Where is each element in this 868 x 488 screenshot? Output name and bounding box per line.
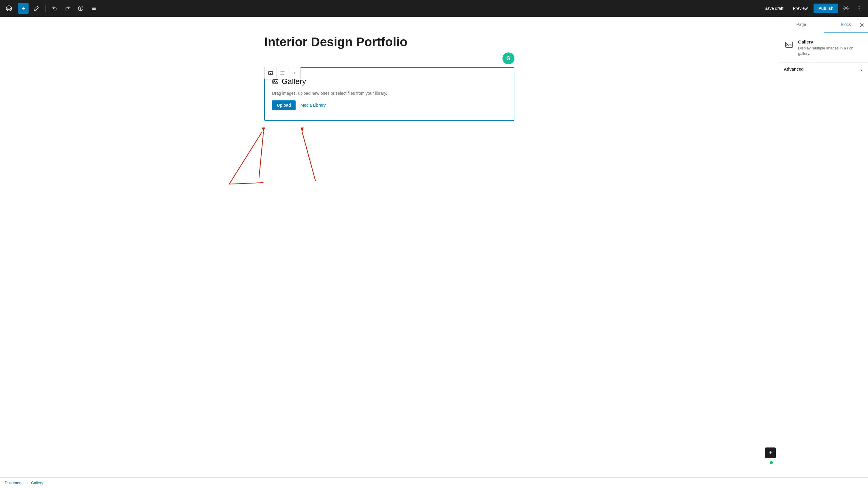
- toolbar-separator: [45, 5, 45, 12]
- svg-point-2: [81, 7, 81, 8]
- block-name: Gallery: [798, 39, 863, 45]
- redo-button[interactable]: [62, 3, 73, 14]
- sidebar-tabs: Page Block: [779, 17, 868, 33]
- more-block-options-button[interactable]: [288, 67, 300, 79]
- svg-point-11: [296, 73, 297, 74]
- block-info-text: Gallery Display multiple images in a ric…: [798, 39, 863, 56]
- breadcrumb-document[interactable]: Document: [5, 481, 22, 485]
- svg-point-6: [859, 10, 860, 11]
- top-toolbar: + Save draft Previ: [0, 0, 868, 17]
- editor-content: Interior Design Portfolio: [264, 34, 515, 121]
- advanced-section: Advanced ⌄: [779, 63, 868, 76]
- block-description: Display multiple images in a rich galler…: [798, 46, 863, 56]
- svg-point-9: [292, 73, 293, 74]
- svg-line-16: [229, 132, 262, 184]
- publish-button[interactable]: Publish: [813, 4, 838, 13]
- status-bar: Document → Gallery: [0, 477, 868, 488]
- gallery-block-description: Drag images, upload new ones or select f…: [272, 91, 387, 96]
- edit-tool-button[interactable]: [31, 3, 42, 14]
- preview-button[interactable]: Preview: [789, 4, 811, 12]
- more-options-button[interactable]: [854, 3, 864, 14]
- main-layout: Interior Design Portfolio: [0, 17, 868, 477]
- svg-rect-7: [269, 71, 273, 75]
- media-library-button[interactable]: Media Library: [299, 101, 327, 110]
- upload-button[interactable]: Upload: [272, 101, 296, 110]
- breadcrumb-current-block[interactable]: Gallery: [31, 481, 43, 485]
- floating-add-block-button[interactable]: +: [765, 448, 776, 458]
- svg-point-4: [859, 6, 860, 7]
- page-title[interactable]: Interior Design Portfolio: [264, 34, 515, 50]
- annotation-arrows: [206, 68, 414, 187]
- align-button[interactable]: [277, 67, 288, 79]
- undo-button[interactable]: [49, 3, 60, 14]
- block-info-icon: [784, 39, 795, 50]
- status-dot: [770, 461, 773, 464]
- toolbar-right: Save draft Preview Publish: [761, 3, 864, 14]
- settings-button[interactable]: [841, 3, 851, 14]
- block-type-button[interactable]: [265, 67, 277, 79]
- gallery-block-icon: [272, 78, 279, 85]
- chevron-down-icon: ⌄: [860, 67, 863, 71]
- add-block-button[interactable]: +: [18, 3, 29, 14]
- wp-logo: [4, 3, 14, 14]
- svg-line-17: [302, 132, 315, 181]
- editor-area[interactable]: Interior Design Portfolio: [0, 17, 779, 477]
- gallery-actions: Upload Media Library: [272, 101, 327, 110]
- svg-line-14: [259, 132, 264, 178]
- tab-page[interactable]: Page: [779, 17, 824, 33]
- list-view-button[interactable]: [88, 3, 99, 14]
- svg-rect-12: [273, 80, 278, 84]
- block-info: Gallery Display multiple images in a ric…: [779, 33, 868, 63]
- info-button[interactable]: [75, 3, 86, 14]
- sidebar: Page Block Gallery: [779, 17, 868, 477]
- svg-point-5: [859, 8, 860, 9]
- advanced-section-header[interactable]: Advanced ⌄: [779, 63, 868, 76]
- svg-rect-20: [785, 42, 793, 47]
- breadcrumb-separator: →: [25, 481, 29, 485]
- sidebar-close-button[interactable]: [859, 22, 864, 28]
- svg-point-10: [294, 73, 295, 74]
- gallery-block[interactable]: Gallery Drag images, upload new ones or …: [264, 67, 515, 121]
- block-toolbar: [264, 67, 301, 79]
- sidebar-content: Gallery Display multiple images in a ric…: [779, 33, 868, 477]
- svg-marker-18: [301, 127, 304, 132]
- svg-point-3: [845, 8, 847, 9]
- svg-line-19: [229, 183, 264, 184]
- grammarly-badge[interactable]: G: [502, 52, 515, 64]
- advanced-label: Advanced: [784, 67, 804, 71]
- svg-marker-15: [262, 127, 265, 132]
- save-draft-button[interactable]: Save draft: [761, 4, 787, 12]
